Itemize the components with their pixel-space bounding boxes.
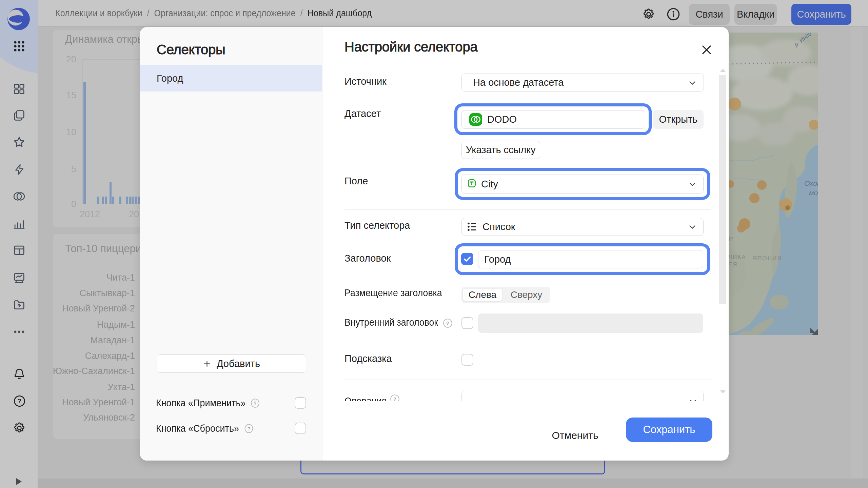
svg-text:мор: мор: [809, 189, 818, 197]
svg-text:?: ?: [446, 320, 449, 326]
svg-text:ЯПОНИЯ: ЯПОНИЯ: [753, 255, 782, 262]
svg-text:?: ?: [393, 396, 396, 401]
svg-text:?: ?: [18, 398, 22, 405]
svg-text:?: ?: [247, 426, 250, 431]
svg-text:Охотс: Охотс: [804, 179, 818, 187]
svg-text:ЛИКА: ЛИКА: [728, 254, 746, 260]
svg-text:ЕЯ: ЕЯ: [728, 261, 738, 268]
svg-text:Р: Р: [729, 236, 733, 242]
svg-text:?: ?: [254, 400, 257, 406]
